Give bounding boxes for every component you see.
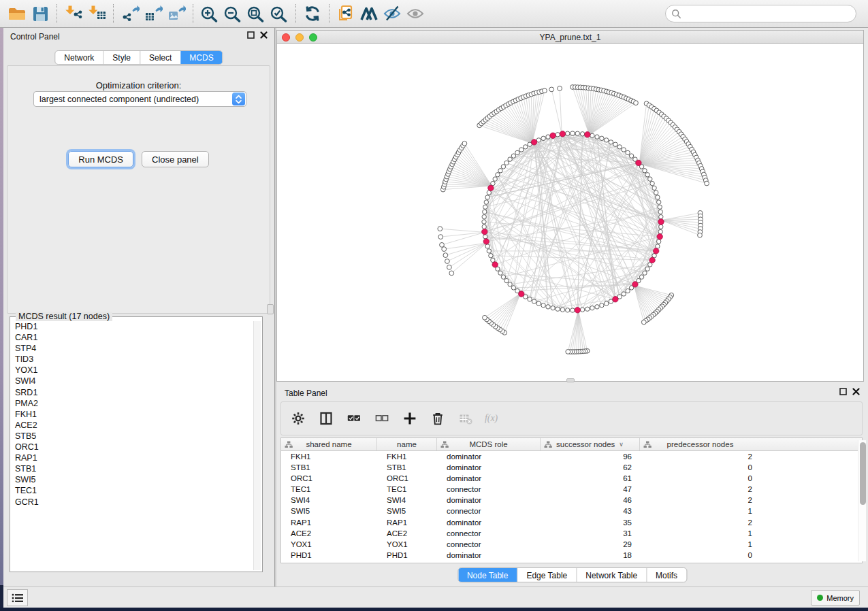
mcds-result-item[interactable]: RAP1: [12, 452, 253, 463]
optimization-select[interactable]: largest connected component (undirected): [33, 91, 246, 107]
mcds-tab-content: Optimization criterion: largest connecte…: [7, 65, 270, 314]
tab-mcds[interactable]: MCDS: [180, 51, 222, 64]
mcds-result-item[interactable]: SWI4: [12, 376, 253, 386]
table-row[interactable]: TEC1TEC1connector472: [281, 484, 862, 495]
column-header-shared-name[interactable]: shared name: [281, 438, 377, 450]
status-bar: Memory: [3, 587, 868, 608]
table-row[interactable]: ORC1ORC1dominator610: [281, 473, 862, 484]
mcds-result-item[interactable]: PHD1: [12, 321, 253, 332]
tab-style[interactable]: Style: [103, 51, 140, 64]
tab-select[interactable]: Select: [140, 51, 180, 64]
show-details-icon[interactable]: [404, 3, 427, 24]
mcds-result-item[interactable]: ORC1: [12, 442, 253, 452]
table-row[interactable]: PHD1PHD1dominator180: [281, 550, 862, 561]
close-panel-icon[interactable]: [260, 31, 268, 39]
export-image-icon[interactable]: [165, 3, 188, 24]
column-header-successor-nodes[interactable]: successor nodes∨: [541, 438, 640, 450]
column-header-MCDS-role[interactable]: MCDS role: [437, 438, 541, 450]
mcds-result-item[interactable]: TID3: [12, 354, 253, 365]
deselect-all-icon[interactable]: [373, 410, 391, 427]
mcds-result-item[interactable]: SRD1: [12, 387, 253, 398]
mcds-result-item[interactable]: TEC1: [12, 485, 253, 496]
column-header-predecessor-nodes[interactable]: predecessor nodes: [640, 438, 760, 450]
column-header-name[interactable]: name: [377, 438, 437, 450]
table-cell: 62: [541, 462, 640, 473]
tab-node-table[interactable]: Node Table: [458, 568, 517, 582]
refresh-icon[interactable]: [301, 3, 324, 24]
mcds-result-group: MCDS result (17 nodes) PHD1CAR1STP4TID3Y…: [10, 316, 263, 572]
table-scrollbar[interactable]: [858, 440, 866, 561]
toolbar-separator: [193, 4, 193, 23]
mcds-result-item[interactable]: FKH1: [12, 409, 253, 420]
table-cell: dominator: [437, 473, 541, 484]
network-canvas[interactable]: [276, 44, 864, 382]
columns-icon[interactable]: [317, 410, 335, 427]
delete-row-icon[interactable]: [429, 410, 447, 427]
table-row[interactable]: SWI4SWI4dominator462: [281, 495, 862, 506]
float-table-panel-icon[interactable]: [839, 388, 847, 395]
mcds-result-item[interactable]: SWI5: [12, 474, 253, 485]
table-cell: 1: [640, 539, 760, 550]
mcds-result-item[interactable]: GCR1: [12, 497, 253, 508]
mcds-result-item[interactable]: YOX1: [12, 365, 253, 376]
memory-button[interactable]: Memory: [811, 590, 860, 606]
binoculars-icon[interactable]: [357, 3, 381, 24]
table-cell: RAP1: [377, 517, 437, 528]
add-row-icon[interactable]: [401, 410, 419, 427]
search-box[interactable]: [665, 5, 856, 22]
table-cell: RAP1: [281, 517, 377, 528]
table-row[interactable]: YOX1YOX1connector291: [281, 539, 862, 550]
gear-icon[interactable]: [289, 410, 307, 427]
mcds-result-item[interactable]: STB5: [12, 431, 253, 442]
open-folder-icon[interactable]: [5, 3, 29, 24]
mcds-result-item[interactable]: STB1: [12, 463, 253, 474]
hide-details-icon[interactable]: [381, 3, 404, 24]
table-scrollbar-thumb[interactable]: [860, 442, 866, 505]
network-window-title: YPA_prune.txt_1: [277, 33, 863, 42]
table-cell: 1: [640, 506, 760, 516]
zoom-fit-icon[interactable]: [244, 3, 268, 24]
table-cell: STB1: [281, 462, 377, 473]
tab-network-table[interactable]: Network Table: [576, 568, 646, 582]
share-document-icon[interactable]: [334, 3, 357, 24]
task-history-button[interactable]: [7, 589, 28, 606]
tab-motifs[interactable]: Motifs: [646, 568, 686, 582]
select-all-icon[interactable]: [345, 410, 363, 427]
search-icon: [671, 9, 681, 19]
horizontal-splitter-grip[interactable]: [566, 378, 575, 382]
save-icon[interactable]: [29, 3, 52, 24]
table-cell: ACE2: [377, 528, 437, 539]
list-icon: [12, 593, 24, 603]
zoom-in-icon[interactable]: [198, 3, 221, 24]
table-row[interactable]: STB1STB1dominator620: [281, 462, 862, 473]
zoom-selected-icon[interactable]: [268, 3, 291, 24]
zoom-out-icon[interactable]: [221, 3, 244, 24]
vertical-splitter-grip[interactable]: [267, 304, 274, 314]
table-row[interactable]: SWI5SWI5connector431: [281, 506, 862, 516]
table-cell: 2: [640, 495, 760, 506]
run-mcds-button[interactable]: Run MCDS: [68, 151, 133, 167]
mcds-result-item[interactable]: CAR1: [12, 332, 253, 343]
import-table-icon[interactable]: [85, 3, 108, 24]
mcds-result-item[interactable]: STP4: [12, 343, 253, 354]
mcds-result-item[interactable]: PMA2: [12, 398, 253, 409]
export-table-icon[interactable]: [142, 3, 165, 24]
close-table-panel-icon[interactable]: [852, 388, 860, 395]
tab-edge-table[interactable]: Edge Table: [517, 568, 576, 582]
tab-network[interactable]: Network: [55, 51, 103, 64]
table-row[interactable]: RAP1RAP1dominator352: [281, 517, 862, 528]
table-cell: dominator: [437, 495, 541, 506]
network-graph: [277, 44, 863, 380]
export-network-icon[interactable]: [118, 3, 142, 24]
float-panel-icon[interactable]: [247, 31, 255, 39]
desktop-wallpaper-strip: [0, 608, 868, 611]
close-panel-button[interactable]: Close panel: [142, 151, 209, 167]
mcds-result-list[interactable]: PHD1CAR1STP4TID3YOX1SWI4SRD1PMA2FKH1ACE2…: [12, 321, 253, 570]
table-cell: dominator: [437, 550, 541, 561]
search-input[interactable]: [681, 7, 856, 20]
table-row[interactable]: FKH1FKH1dominator962: [281, 451, 862, 462]
import-network-icon[interactable]: [62, 3, 85, 24]
table-row[interactable]: ACE2ACE2connector311: [281, 528, 862, 539]
mcds-result-item[interactable]: ACE2: [12, 420, 253, 431]
mcds-result-scrollbar[interactable]: [253, 321, 261, 570]
